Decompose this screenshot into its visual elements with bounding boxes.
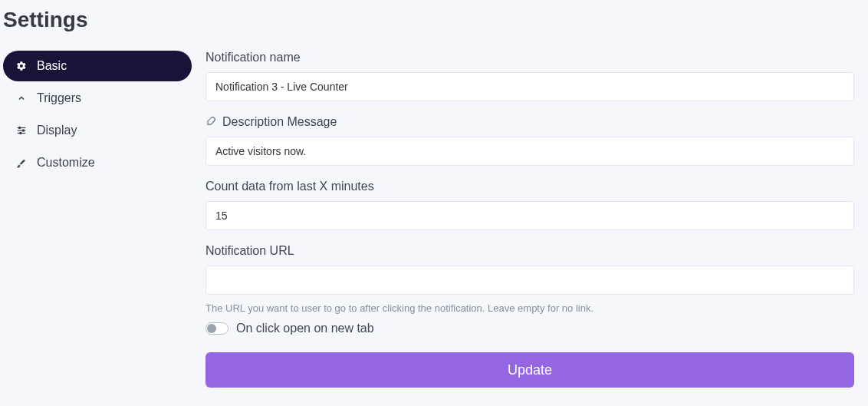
url-input[interactable] bbox=[205, 266, 854, 295]
sidebar-item-label: Customize bbox=[37, 156, 95, 170]
description-label: Description Message bbox=[222, 115, 337, 129]
settings-form: Notification name Description Message Co… bbox=[205, 51, 865, 388]
page-title: Settings bbox=[3, 8, 865, 32]
feather-icon bbox=[205, 116, 216, 129]
brush-icon bbox=[15, 157, 28, 168]
svg-point-3 bbox=[19, 127, 21, 128]
newtab-label: On click open on new tab bbox=[236, 322, 374, 335]
newtab-toggle[interactable] bbox=[205, 322, 229, 335]
sidebar-item-display[interactable]: Display bbox=[3, 115, 192, 146]
count-input[interactable] bbox=[205, 201, 854, 230]
sidebar-item-customize[interactable]: Customize bbox=[3, 147, 192, 178]
description-input[interactable] bbox=[205, 137, 854, 166]
name-input[interactable] bbox=[205, 72, 854, 101]
svg-point-4 bbox=[22, 130, 24, 131]
url-label: Notification URL bbox=[205, 244, 854, 258]
svg-point-5 bbox=[20, 132, 21, 134]
sidebar-item-basic[interactable]: Basic bbox=[3, 51, 192, 81]
chevron-up-icon bbox=[15, 94, 28, 103]
count-label: Count data from last X minutes bbox=[205, 180, 854, 193]
sidebar-item-label: Display bbox=[37, 124, 77, 137]
sidebar-item-triggers[interactable]: Triggers bbox=[3, 83, 192, 114]
update-button[interactable]: Update bbox=[205, 352, 854, 388]
name-label: Notification name bbox=[205, 51, 854, 64]
url-help: The URL you want to user to go to after … bbox=[205, 302, 854, 314]
sidebar-item-label: Triggers bbox=[37, 91, 81, 105]
sliders-icon bbox=[15, 125, 28, 136]
settings-sidebar: Basic Triggers Display Customize bbox=[3, 51, 205, 388]
gear-icon bbox=[15, 61, 28, 71]
sidebar-item-label: Basic bbox=[37, 59, 67, 73]
